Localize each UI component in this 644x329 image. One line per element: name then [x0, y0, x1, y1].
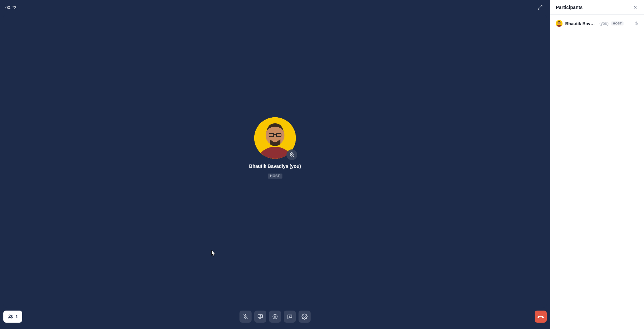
svg-point-10: [273, 314, 277, 319]
share-screen-icon: [257, 314, 263, 320]
svg-point-13: [304, 316, 306, 318]
mic-off-icon: [243, 314, 249, 320]
participant-row[interactable]: Bhautik Bavad… (you) HOST: [554, 18, 640, 29]
gear-icon: [302, 314, 308, 320]
minimize-icon: [537, 5, 543, 10]
minimize-button[interactable]: [535, 3, 545, 12]
svg-point-12: [276, 316, 276, 317]
call-timer: 00:22: [5, 5, 16, 10]
reactions-button[interactable]: [269, 311, 281, 323]
participants-button[interactable]: 1: [3, 311, 22, 323]
meeting-area: 00:22: [0, 0, 550, 329]
panel-header: Participants: [550, 0, 644, 15]
end-call-button[interactable]: [535, 311, 547, 323]
svg-point-7: [9, 315, 11, 317]
participant-name: Bhautik Bavad…: [565, 21, 596, 26]
avatar-illustration: [556, 20, 562, 27]
participants-panel: Participants Bhautik Bavad…: [550, 0, 644, 329]
mic-off-icon: [289, 152, 295, 158]
video-stage: Bhautik Bavadiya (you) HOST: [3, 15, 547, 308]
mic-off-icon: [634, 21, 639, 26]
participant-count-value: 1: [15, 314, 18, 319]
control-bar: [239, 311, 311, 323]
chat-icon: [287, 314, 293, 320]
settings-button[interactable]: [299, 311, 311, 323]
bottombar: 1: [0, 308, 550, 329]
participant-tile-self: Bhautik Bavadiya (you) HOST: [249, 117, 301, 179]
participant-name-label: Bhautik Bavadiya (you): [249, 163, 301, 169]
svg-point-8: [11, 315, 12, 317]
people-icon: [7, 314, 13, 320]
panel-body: Bhautik Bavad… (you) HOST: [550, 15, 644, 32]
share-screen-button[interactable]: [254, 311, 266, 323]
panel-close-button[interactable]: [632, 4, 639, 11]
participant-status: [634, 21, 639, 26]
you-label: (you): [599, 21, 608, 26]
hangup-icon: [537, 313, 544, 320]
cursor-icon: [211, 250, 216, 257]
avatar: [254, 117, 296, 159]
smile-icon: [272, 314, 278, 320]
host-badge: HOST: [268, 174, 283, 179]
topbar: 00:22: [0, 0, 550, 15]
panel-title: Participants: [556, 5, 583, 10]
avatar: [556, 20, 562, 27]
chat-button[interactable]: [284, 311, 296, 323]
svg-point-11: [274, 316, 275, 317]
close-icon: [633, 5, 638, 10]
mic-toggle-button[interactable]: [239, 311, 252, 323]
host-badge: HOST: [611, 21, 623, 25]
